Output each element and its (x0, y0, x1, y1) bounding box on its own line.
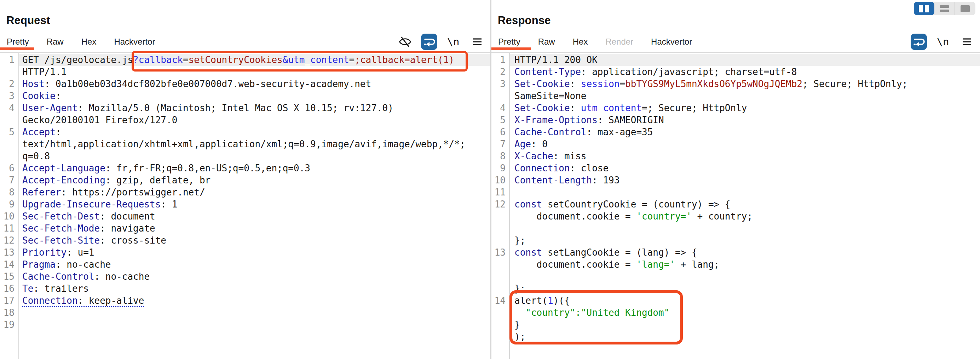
code-row[interactable] (492, 271, 980, 282)
line-number: 4 (492, 102, 509, 114)
code-row[interactable]: 6Accept-Language: fr,fr-FR;q=0.8,en-US;q… (0, 162, 490, 174)
word-wrap-icon[interactable] (421, 34, 437, 50)
code-row[interactable]: 11Sec-Fetch-Mode: navigate (0, 222, 490, 235)
code-row[interactable]: text/html,application/xhtml+xml,applicat… (0, 138, 490, 150)
code-row[interactable]: }; (492, 282, 980, 295)
active-tab-underline (0, 48, 34, 50)
code-row[interactable]: 3Cookie: (0, 90, 490, 102)
layout-rows-button[interactable] (934, 2, 955, 15)
line-number (0, 138, 18, 150)
code-row[interactable]: 14alert(1)({ (492, 295, 980, 306)
line-number: 11 (0, 222, 18, 235)
response-editor[interactable]: 1HTTP/1.1 200 OK2Content-Type: applicati… (492, 53, 980, 359)
code-row[interactable]: 2Host: 0a1b00eb03d34dcf802bfe0e007000d7.… (0, 78, 490, 90)
line-number: 9 (0, 198, 18, 210)
code-row[interactable]: document.cookie = 'country=' + country; (492, 210, 980, 222)
code-row[interactable]: ); (492, 331, 980, 343)
line-number: 18 (0, 306, 18, 319)
request-panel: Request PrettyRawHexHackvertor \n (0, 0, 490, 359)
tab-hackvertor[interactable]: Hackvertor (651, 37, 692, 47)
code-row[interactable]: 10Sec-Fetch-Dest: document (0, 210, 490, 222)
request-editor[interactable]: 1GET /js/geolocate.js?callback=setCountr… (0, 53, 490, 359)
code-row[interactable]: 13Priority: u=1 (0, 246, 490, 258)
line-number: 10 (492, 174, 509, 186)
code-row[interactable]: 4Set-Cookie: utm_content=; Secure; HttpO… (492, 102, 980, 114)
line-number: 12 (0, 235, 18, 246)
code-row[interactable]: "country":"United Kingdom" (492, 306, 980, 319)
tab-render[interactable]: Render (605, 37, 633, 47)
eye-slash-icon[interactable] (397, 34, 413, 50)
layout-columns-button[interactable] (914, 2, 934, 15)
line-number: 13 (0, 246, 18, 258)
code-row[interactable]: 19 (0, 319, 490, 331)
code-row[interactable]: 7Accept-Encoding: gzip, deflate, br (0, 174, 490, 186)
layout-single-button[interactable] (955, 2, 975, 15)
tab-hex[interactable]: Hex (81, 37, 97, 47)
line-number (492, 235, 509, 246)
code-row[interactable]: } (492, 319, 980, 331)
line-number: 4 (0, 102, 18, 114)
code-row[interactable]: 6Cache-Control: max-age=35 (492, 126, 980, 138)
line-number: 3 (0, 90, 18, 102)
tab-hackvertor[interactable]: Hackvertor (114, 37, 155, 47)
response-title: Response (498, 14, 551, 27)
code-row[interactable]: 9Connection: close (492, 162, 980, 174)
tab-raw[interactable]: Raw (47, 37, 64, 47)
code-row[interactable]: 2Content-Type: application/javascript; c… (492, 66, 980, 78)
code-row[interactable]: 3Set-Cookie: session=bbTYGS9MyL5mnXkdsO6… (492, 78, 980, 90)
show-newlines-icon[interactable]: \n (445, 34, 461, 50)
code-row[interactable]: 1GET /js/geolocate.js?callback=setCountr… (0, 54, 490, 66)
code-row[interactable]: 15Cache-Control: no-cache (0, 271, 490, 282)
show-newlines-icon[interactable]: \n (935, 34, 951, 50)
code-row[interactable]: 5Accept: (0, 126, 490, 138)
line-number: 2 (0, 78, 18, 90)
layout-toggle (914, 2, 975, 15)
response-panel: Response PrettyRawHexRenderHackvertor \n (492, 0, 980, 359)
code-row[interactable]: 5X-Frame-Options: SAMEORIGIN (492, 114, 980, 126)
code-row[interactable]: SameSite=None (492, 90, 980, 102)
code-row[interactable]: 11 (492, 186, 980, 198)
line-number: 11 (492, 186, 509, 198)
code-row[interactable]: HTTP/1.1 (0, 66, 490, 78)
tab-pretty[interactable]: Pretty (7, 37, 29, 47)
line-number: 10 (0, 210, 18, 222)
tab-pretty[interactable]: Pretty (498, 37, 520, 47)
code-row[interactable]: 9Upgrade-Insecure-Requests: 1 (0, 198, 490, 210)
code-row[interactable]: Gecko/20100101 Firefox/127.0 (0, 114, 490, 126)
line-number: 7 (0, 174, 18, 186)
code-row[interactable]: 1HTTP/1.1 200 OK (492, 54, 980, 66)
line-number (0, 114, 18, 126)
line-number: 5 (0, 126, 18, 138)
code-row[interactable]: 8Referer: https://portswigger.net/ (0, 186, 490, 198)
line-number (492, 319, 509, 331)
code-row[interactable]: 10Content-Length: 193 (492, 174, 980, 186)
line-number: 14 (492, 295, 509, 306)
columns-view-icon (919, 5, 929, 13)
code-row[interactable]: 8X-Cache: miss (492, 150, 980, 162)
line-number: 7 (492, 138, 509, 150)
menu-icon[interactable] (469, 34, 485, 50)
code-row[interactable]: }; (492, 235, 980, 246)
menu-icon[interactable] (959, 34, 975, 50)
line-number: 3 (492, 78, 509, 90)
code-row[interactable]: 7Age: 0 (492, 138, 980, 150)
tab-hex[interactable]: Hex (573, 37, 588, 47)
tab-raw[interactable]: Raw (538, 37, 555, 47)
code-row[interactable]: 12const setCountryCookie = (country) => … (492, 198, 980, 210)
line-number: 1 (492, 54, 509, 66)
code-row[interactable]: 16Te: trailers (0, 282, 490, 295)
code-row[interactable]: 12Sec-Fetch-Site: cross-site (0, 235, 490, 246)
code-row[interactable]: 4User-Agent: Mozilla/5.0 (Macintosh; Int… (0, 102, 490, 114)
code-row[interactable]: 13const setLangCookie = (lang) => { (492, 246, 980, 258)
line-number: 8 (0, 186, 18, 198)
code-row[interactable]: 18 (0, 306, 490, 319)
code-row[interactable]: 17Connection: keep-alive (0, 295, 490, 306)
word-wrap-icon[interactable] (911, 34, 927, 50)
code-row[interactable]: q=0.8 (0, 150, 490, 162)
line-number (492, 271, 509, 282)
code-row[interactable] (492, 222, 980, 235)
code-row[interactable]: 14Pragma: no-cache (0, 258, 490, 271)
line-number: 14 (0, 258, 18, 271)
code-row[interactable]: document.cookie = 'lang=' + lang; (492, 258, 980, 271)
line-number (492, 331, 509, 343)
